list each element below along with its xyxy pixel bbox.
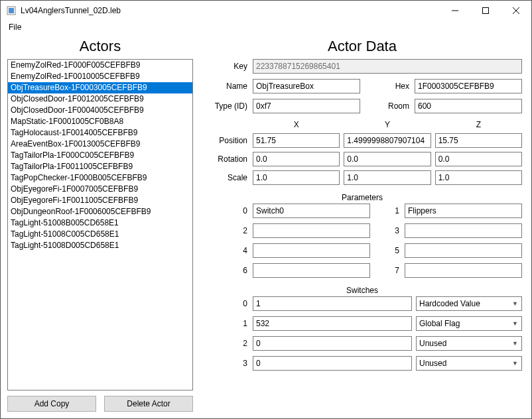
switch-2-type-value[interactable] (416, 336, 522, 351)
actor-list-item[interactable]: ObjDungeonRoof-1F0006005CEFBFB9 (8, 206, 192, 217)
label-switch-0: 0 (222, 299, 249, 308)
switches-grid: 0▼1▼2▼3▼ (202, 296, 522, 371)
menu-file[interactable]: File (5, 21, 25, 33)
actor-list-item[interactable]: TagHolocaust-1F0014005CEFBFB9 (8, 127, 192, 139)
switch-2-value-field[interactable] (253, 336, 412, 351)
app-window: Lv04AnglersTunnel_02D.leb File Actors En… (0, 0, 532, 419)
label-room: Room (364, 101, 411, 111)
room-field[interactable] (415, 99, 522, 113)
switch-1-value-field[interactable] (253, 316, 412, 331)
xyz-header: X Y Z (202, 120, 522, 129)
actor-list-item[interactable]: TagTailorPla-1F0011005CEFBFB9 (8, 161, 192, 172)
position-z-field[interactable] (435, 133, 522, 148)
rotation-row: Rotation (202, 152, 522, 166)
label-name: Name (202, 82, 249, 91)
label-param-5: 5 (374, 246, 401, 255)
close-button[interactable] (501, 1, 531, 21)
label-param-0: 0 (222, 206, 249, 215)
key-field (253, 59, 522, 74)
hex-field[interactable] (415, 79, 522, 93)
rotation-z-field[interactable] (435, 152, 522, 166)
label-position: Position (202, 136, 249, 145)
window-title: Lv04AnglersTunnel_02D.leb (21, 6, 121, 15)
actor-list-item[interactable]: EnemyZolRed-1F000F005CEFBFB9 (8, 60, 192, 71)
label-switch-2: 2 (222, 339, 249, 348)
scale-x-field[interactable] (253, 170, 340, 185)
position-y-field[interactable] (344, 133, 431, 148)
actor-list-item[interactable]: ObjClosedDoor-1F0012005CEFBFB9 (8, 93, 192, 105)
label-param-6: 6 (222, 266, 249, 275)
actor-list-item[interactable]: TagLight-51008B005CD658E1 (8, 217, 192, 229)
label-hex: Hex (364, 82, 411, 91)
rotation-y-field[interactable] (344, 152, 431, 166)
param-6-field[interactable] (253, 263, 370, 278)
actors-listbox[interactable]: EnemyZolRed-1F000F005CEFBFB9EnemyZolRed-… (7, 59, 193, 390)
actors-button-row: Add Copy Delete Actor (7, 390, 193, 412)
switch-0-type-value[interactable] (416, 296, 522, 311)
actor-list-item[interactable]: ObjEyegoreFi-1F0011005CEFBFB9 (8, 195, 192, 206)
label-y: Y (344, 120, 431, 129)
titlebar: Lv04AnglersTunnel_02D.leb (1, 1, 531, 21)
label-type-id: Type (ID) (202, 101, 249, 111)
actor-list-item[interactable]: TagPopChecker-1F000B005CEFBFB9 (8, 172, 192, 184)
param-1-field[interactable] (405, 204, 522, 218)
svg-rect-1 (9, 8, 14, 13)
label-switch-3: 3 (222, 359, 249, 368)
parameters-heading: Parameters (202, 192, 522, 204)
scale-z-field[interactable] (435, 170, 522, 185)
type-id-field[interactable] (253, 99, 360, 113)
content-area: Actors EnemyZolRed-1F000F005CEFBFB9Enemy… (1, 34, 531, 418)
minimize-button[interactable] (440, 1, 470, 21)
switch-0-type-select[interactable]: ▼ (416, 296, 522, 311)
switch-0-value-field[interactable] (253, 296, 412, 311)
switch-1-type-value[interactable] (416, 316, 522, 331)
actor-list-item[interactable]: ObjClosedDoor-1F0004005CEFBFB9 (8, 105, 192, 116)
actor-list-item[interactable]: AreaEventBox-1F0013005CEFBFB9 (8, 139, 192, 150)
label-x: X (253, 120, 340, 129)
label-param-3: 3 (374, 226, 401, 235)
param-2-field[interactable] (253, 223, 370, 238)
app-icon (6, 5, 17, 16)
label-z: Z (435, 120, 522, 129)
param-4-field[interactable] (253, 243, 370, 258)
actor-list-item[interactable]: ObjEyegoreFi-1F0007005CEFBFB9 (8, 184, 192, 195)
switch-1-type-select[interactable]: ▼ (416, 316, 522, 331)
label-rotation: Rotation (202, 154, 249, 164)
minimize-icon (452, 7, 458, 14)
switch-3-type-value[interactable] (416, 356, 522, 371)
param-7-field[interactable] (405, 263, 522, 278)
label-param-2: 2 (222, 226, 249, 235)
close-icon (513, 7, 519, 14)
position-x-field[interactable] (253, 133, 340, 148)
delete-actor-button[interactable]: Delete Actor (104, 396, 193, 412)
name-field[interactable] (253, 79, 360, 93)
switch-3-type-select[interactable]: ▼ (416, 356, 522, 371)
switch-3-value-field[interactable] (253, 356, 412, 371)
basic-fields: Key Name Hex Type (ID) Room (202, 59, 522, 113)
switch-2-type-select[interactable]: ▼ (416, 336, 522, 351)
actors-panel: Actors EnemyZolRed-1F000F005CEFBFB9Enemy… (7, 36, 193, 412)
svg-rect-3 (483, 8, 489, 14)
scale-y-field[interactable] (344, 170, 431, 185)
rotation-x-field[interactable] (253, 152, 340, 166)
label-key: Key (202, 62, 249, 71)
actor-list-item[interactable]: EnemyZolRed-1F0010005CEFBFB9 (8, 71, 192, 82)
menubar: File (1, 21, 531, 34)
actor-list-item[interactable]: ObjTreasureBox-1F0003005CEFBFB9 (8, 82, 192, 93)
actor-list-item[interactable]: MapStatic-1F0001005CF0B8A8 (8, 116, 192, 127)
scale-row: Scale (202, 170, 522, 185)
add-copy-button[interactable]: Add Copy (7, 396, 96, 412)
param-3-field[interactable] (405, 223, 522, 238)
maximize-button[interactable] (470, 1, 501, 21)
label-scale: Scale (202, 173, 249, 182)
param-5-field[interactable] (405, 243, 522, 258)
actor-list-item[interactable]: TagTailorPla-1F000C005CEFBFB9 (8, 150, 192, 161)
parameters-grid: 0 1 2 3 4 5 6 7 (202, 204, 522, 278)
label-param-4: 4 (222, 246, 249, 255)
actor-list-item[interactable]: TagLight-51008D005CD658E1 (8, 240, 192, 251)
switches-heading: Switches (202, 284, 522, 296)
label-switch-1: 1 (222, 319, 249, 328)
actor-list-item[interactable]: TagLight-51008C005CD658E1 (8, 229, 192, 240)
maximize-icon (482, 7, 489, 14)
param-0-field[interactable] (253, 204, 370, 218)
